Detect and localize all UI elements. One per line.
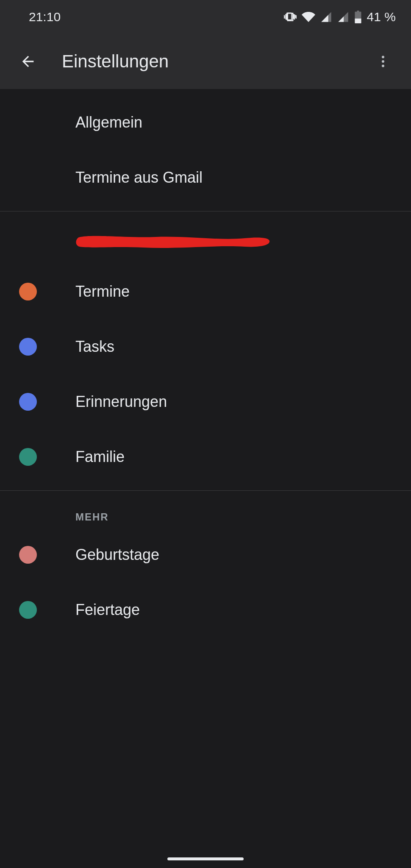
more-subheader: MEHR (0, 491, 411, 527)
row-calendar-tasks-label: Tasks (75, 338, 114, 356)
row-general[interactable]: Allgemein (0, 95, 411, 150)
battery-percent: 41 % (367, 10, 396, 24)
row-calendar-erinnerungen[interactable]: Erinnerungen (0, 374, 411, 429)
status-clock: 21:10 (29, 10, 61, 24)
row-events-from-gmail[interactable]: Termine aus Gmail (0, 150, 411, 205)
back-button[interactable] (10, 44, 46, 79)
settings-content: Allgemein Termine aus Gmail Termine Task… (0, 89, 411, 643)
overflow-menu-button[interactable] (365, 44, 401, 79)
wifi-icon (302, 10, 315, 24)
row-more-feiertage[interactable]: Feiertage (0, 582, 411, 637)
account-section: Termine Tasks Erinnerungen Familie (0, 211, 411, 490)
vibrate-icon (284, 11, 297, 23)
signal-2-icon (337, 11, 349, 23)
row-more-geburtstage[interactable]: Geburtstage (0, 527, 411, 582)
color-dot (19, 546, 37, 564)
row-more-geburtstage-label: Geburtstage (75, 546, 159, 564)
status-icons: 41 % (284, 10, 396, 24)
more-vert-icon (375, 54, 391, 69)
row-calendar-tasks[interactable]: Tasks (0, 319, 411, 374)
arrow-back-icon (19, 53, 36, 70)
row-general-label: Allgemein (75, 114, 142, 131)
svg-point-0 (382, 56, 384, 58)
status-bar: 21:10 41 % (0, 0, 411, 34)
nav-bar-indicator[interactable] (167, 857, 244, 860)
svg-point-1 (382, 60, 384, 63)
app-bar: Einstellungen (0, 34, 411, 89)
redaction-mark (75, 235, 272, 250)
battery-icon (354, 11, 362, 23)
row-calendar-termine[interactable]: Termine (0, 264, 411, 319)
row-calendar-termine-label: Termine (75, 283, 130, 300)
row-calendar-familie-label: Familie (75, 448, 125, 466)
account-header (0, 217, 411, 264)
signal-1-icon (320, 11, 332, 23)
row-events-from-gmail-label: Termine aus Gmail (75, 169, 203, 186)
color-dot (19, 448, 37, 466)
svg-point-2 (382, 65, 384, 67)
row-more-feiertage-label: Feiertage (75, 601, 140, 619)
color-dot (19, 601, 37, 619)
more-section: MEHR Geburtstage Feiertage (0, 491, 411, 643)
color-dot (19, 393, 37, 411)
color-dot (19, 283, 37, 300)
row-calendar-erinnerungen-label: Erinnerungen (75, 393, 167, 411)
app-bar-title: Einstellungen (62, 51, 365, 72)
row-calendar-familie[interactable]: Familie (0, 429, 411, 484)
color-dot (19, 338, 37, 356)
general-section: Allgemein Termine aus Gmail (0, 89, 411, 211)
